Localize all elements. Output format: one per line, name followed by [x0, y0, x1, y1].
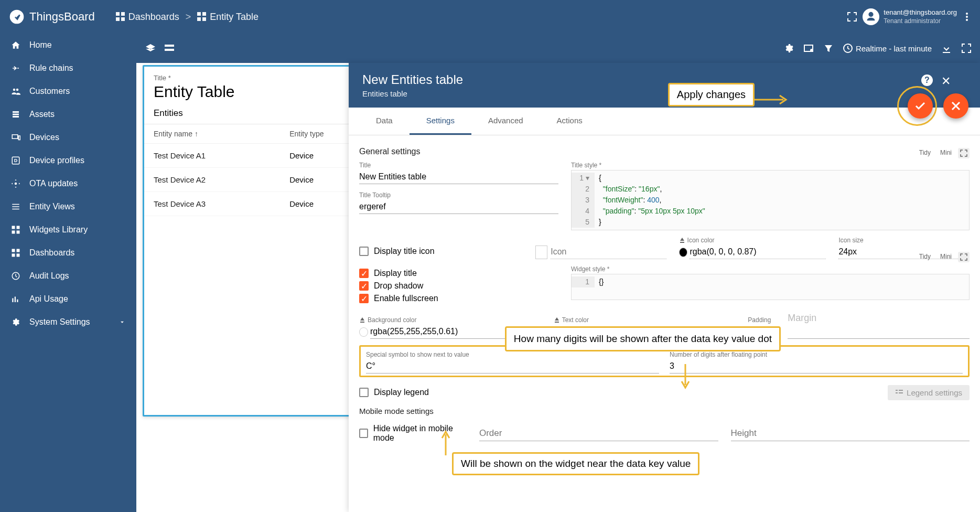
- sidebar-item-label: Customers: [29, 87, 70, 96]
- sidebar-item-device-profiles[interactable]: DDevice profiles: [0, 149, 136, 172]
- breadcrumb: Dashboards > Entity Table: [116, 12, 847, 23]
- check-icon: [914, 100, 927, 112]
- code-num: 400: [647, 196, 659, 204]
- sidebar-item-rule-chains[interactable]: Rule chains: [0, 57, 136, 80]
- panel-title: New Entities table: [362, 72, 921, 87]
- drop-shadow-checkbox[interactable]: ✓: [359, 281, 369, 291]
- logo[interactable]: ThingsBoard: [8, 8, 95, 25]
- apply-button[interactable]: [908, 93, 933, 119]
- sidebar-item-home[interactable]: Home: [0, 34, 136, 57]
- svg-rect-35: [555, 322, 559, 323]
- display-legend-label: Display legend: [374, 388, 429, 397]
- title-input[interactable]: [359, 170, 558, 184]
- text-color-text: Text color: [562, 316, 589, 324]
- display-title-checkbox[interactable]: ✓: [359, 269, 369, 278]
- tooltip-input[interactable]: [359, 200, 558, 214]
- bg-color-label: Background color: [359, 316, 541, 324]
- sidebar-item-label: System Settings: [29, 317, 90, 327]
- tidy-button[interactable]: Tidy: [916, 252, 934, 262]
- gear-icon[interactable]: [783, 43, 794, 54]
- sidebar-item-audit[interactable]: Audit Logs: [0, 264, 136, 287]
- display-legend-checkbox[interactable]: [359, 388, 369, 397]
- code-key: "fontWeight": [603, 196, 643, 204]
- user-info[interactable]: tenant@thingsboard.org Tenant administra…: [863, 8, 957, 25]
- more-vert-icon[interactable]: [962, 12, 972, 22]
- breadcrumb-dashboards[interactable]: Dashboards: [116, 12, 179, 23]
- widget-style-editor[interactable]: 1{}: [571, 274, 970, 300]
- svg-rect-2: [116, 17, 120, 21]
- sidebar-item-api[interactable]: Api Usage: [0, 287, 136, 311]
- device-profiles-icon: D: [10, 155, 21, 166]
- sidebar-item-customers[interactable]: Customers: [0, 80, 136, 103]
- fullscreen-icon[interactable]: [961, 43, 972, 54]
- bg-color-text: Background color: [368, 316, 416, 324]
- help-icon[interactable]: ?: [921, 74, 933, 86]
- arrow-icon: [440, 429, 451, 455]
- icon-input[interactable]: [551, 245, 666, 259]
- entity-alias-icon[interactable]: [803, 43, 814, 54]
- tab-data[interactable]: Data: [359, 108, 410, 135]
- arrow-icon: [755, 92, 791, 108]
- svg-rect-28: [165, 49, 174, 51]
- code-tools: Tidy Mini: [916, 252, 970, 262]
- svg-rect-23: [12, 298, 13, 303]
- fullscreen-icon[interactable]: [958, 252, 970, 262]
- sidebar-item-entity-views[interactable]: Entity Views: [0, 195, 136, 218]
- app-name: ThingsBoard: [29, 10, 95, 24]
- svg-rect-18: [12, 249, 15, 252]
- sidebar-item-assets[interactable]: Assets: [0, 103, 136, 126]
- fullscreen-icon[interactable]: [847, 12, 857, 22]
- cell-name: Test Device A3: [154, 199, 289, 208]
- dashboard-icon: [116, 12, 125, 22]
- breadcrumb-item2-label: Entity Table: [210, 12, 259, 23]
- cancel-button[interactable]: [943, 93, 968, 119]
- column-entity-name[interactable]: Entity name ↑: [154, 130, 289, 138]
- swatch-icon[interactable]: [679, 248, 688, 257]
- sidebar-item-devices[interactable]: Devices: [0, 126, 136, 149]
- mini-button[interactable]: Mini: [937, 148, 955, 158]
- panel-head: New Entities table Entities table ? ✕: [349, 63, 980, 108]
- breadcrumb-entity-table[interactable]: Entity Table: [197, 12, 259, 23]
- special-symbol-input[interactable]: [366, 359, 659, 374]
- sidebar-item-widgets[interactable]: Widgets Library: [0, 218, 136, 241]
- mini-button[interactable]: Mini: [937, 252, 955, 262]
- order-input[interactable]: [479, 426, 718, 441]
- layers-icon[interactable]: [145, 42, 156, 54]
- enable-fullscreen-label: Enable fullscreen: [374, 294, 438, 303]
- margin-input[interactable]: [788, 325, 970, 339]
- tab-actions[interactable]: Actions: [540, 108, 599, 135]
- icon-preview[interactable]: [535, 246, 547, 259]
- svg-rect-5: [202, 12, 206, 16]
- sidebar-item-dashboards[interactable]: Dashboards: [0, 241, 136, 264]
- legend-settings-button[interactable]: Legend settings: [888, 385, 970, 400]
- sidebar-item-system[interactable]: System Settings: [0, 311, 136, 334]
- rule-chains-icon: [10, 63, 21, 73]
- tab-advanced[interactable]: Advanced: [471, 108, 540, 135]
- code-line: {: [599, 174, 601, 182]
- icon-color-input[interactable]: [690, 245, 826, 259]
- section-mobile: Mobile mode settings: [359, 407, 970, 415]
- svg-rect-38: [896, 392, 898, 393]
- fullscreen-icon[interactable]: [958, 148, 970, 158]
- filter-icon[interactable]: [823, 43, 834, 54]
- svg-rect-17: [17, 231, 20, 234]
- swatch-icon[interactable]: [359, 327, 368, 337]
- height-input[interactable]: [731, 426, 970, 441]
- tab-settings[interactable]: Settings: [410, 108, 471, 135]
- icon-color-label: Icon color: [679, 237, 826, 244]
- timewindow[interactable]: Realtime - last minute: [843, 44, 932, 53]
- sidebar-item-ota[interactable]: OTA updates: [0, 172, 136, 195]
- code-tools: Tidy Mini: [916, 148, 970, 158]
- title-style-editor[interactable]: 1 ▾2345{ "fontSize": "16px", "fontWeight…: [571, 170, 970, 230]
- download-icon[interactable]: [941, 43, 952, 54]
- svg-rect-14: [12, 226, 15, 229]
- user-text: tenant@thingsboard.org Tenant administra…: [884, 8, 957, 25]
- display-title-icon-label: Display title icon: [374, 247, 435, 256]
- close-icon[interactable]: ✕: [941, 74, 951, 88]
- digits-input[interactable]: [670, 359, 963, 374]
- enable-fullscreen-checkbox[interactable]: ✓: [359, 294, 369, 303]
- hide-mobile-checkbox[interactable]: [359, 429, 368, 438]
- display-title-icon-checkbox[interactable]: [359, 247, 369, 256]
- tidy-button[interactable]: Tidy: [916, 148, 934, 158]
- grid-icon[interactable]: [164, 42, 175, 54]
